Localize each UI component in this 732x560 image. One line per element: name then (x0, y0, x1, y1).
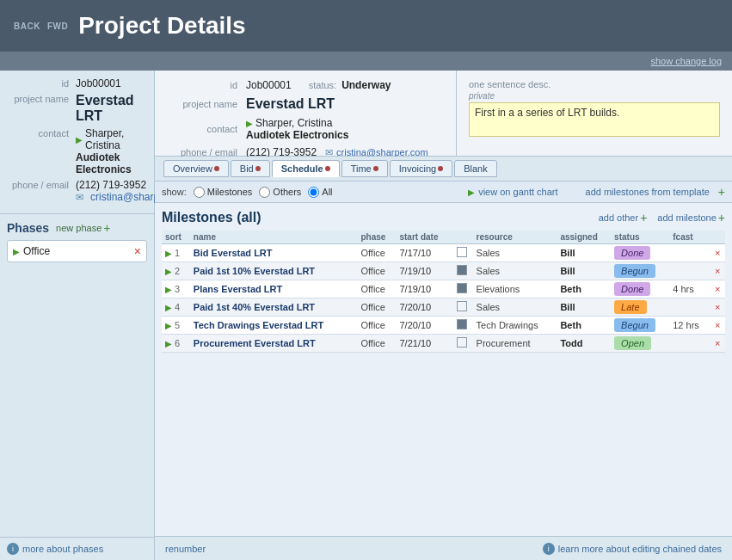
checkbox-empty[interactable] (457, 301, 467, 311)
col-delete (710, 231, 725, 244)
id-row: id Job00001 (9, 77, 145, 89)
radio-others-input[interactable] (259, 187, 270, 198)
checkbox-empty[interactable] (457, 247, 467, 257)
row-checkbox-cell[interactable] (452, 244, 472, 262)
row-status-cell: Begun (611, 262, 669, 280)
radio-group: Milestones Others All (194, 187, 333, 198)
checkbox-checked[interactable] (457, 319, 467, 329)
change-log-link[interactable]: show change log (650, 56, 722, 66)
milestones-area: Milestones (all) add other + add milesto… (155, 203, 732, 536)
row-play-icon[interactable]: ▶ (165, 321, 172, 330)
row-status-cell: Open (611, 335, 669, 353)
phase-item-office[interactable]: ▶ Office × (7, 240, 147, 262)
row-checkbox-cell[interactable] (452, 298, 472, 317)
phases-header: Phases new phase + (7, 221, 147, 235)
tab-invoicing[interactable]: Invoicing (390, 160, 452, 177)
row-phase: Office (357, 262, 396, 280)
row-play-icon[interactable]: ▶ (165, 285, 172, 294)
add-milestones-link[interactable]: add milestones from template (586, 187, 710, 197)
row-fcast (669, 335, 710, 353)
row-fcast (669, 244, 710, 262)
left-panel: id Job00001 project name Everstad LRT co… (0, 71, 155, 560)
tab-time-dot (373, 166, 378, 171)
contact-play-icon[interactable]: ▶ (76, 135, 83, 145)
show-label: show: (162, 187, 187, 197)
row-num: 1 (175, 248, 180, 258)
row-play-icon[interactable]: ▶ (165, 249, 172, 258)
col-sort: sort (162, 231, 190, 244)
row-status-badge[interactable]: Begun (614, 318, 655, 332)
row-delete[interactable]: × (710, 262, 725, 280)
tab-bid[interactable]: Bid (231, 160, 270, 177)
row-status-badge[interactable]: Done (614, 246, 650, 260)
renumber-link[interactable]: renumber (165, 544, 206, 554)
row-assigned: Bill (557, 298, 611, 317)
row-name[interactable]: Paid 1st 10% Everstad LRT (190, 262, 358, 280)
row-status-cell: Begun (611, 317, 669, 335)
tab-schedule-label: Schedule (281, 163, 323, 174)
tab-invoicing-dot (438, 166, 443, 171)
radio-all-input[interactable] (308, 187, 319, 198)
row-name[interactable]: Procurement Everstad LRT (190, 335, 358, 353)
row-num: 3 (175, 284, 180, 294)
contact-name-row: ▶ Sharper, Cristina (76, 127, 145, 151)
row-delete[interactable]: × (710, 244, 725, 262)
phase-delete-icon[interactable]: × (134, 244, 141, 258)
row-delete[interactable]: × (710, 280, 725, 298)
add-other-link[interactable]: add other + (599, 211, 648, 225)
row-play-icon[interactable]: ▶ (165, 267, 172, 276)
tab-blank[interactable]: Blank (454, 160, 497, 177)
row-date: 7/20/10 (396, 298, 452, 317)
tab-overview[interactable]: Overview (163, 160, 229, 177)
tab-schedule[interactable]: Schedule (272, 160, 340, 177)
radio-others[interactable]: Others (259, 187, 301, 198)
row-delete[interactable]: × (710, 317, 725, 335)
row-checkbox-cell[interactable] (452, 280, 472, 298)
back-button[interactable]: BACK (14, 22, 40, 31)
checkbox-empty[interactable] (457, 337, 467, 348)
job-info: id Job00001 status: Underway project nam… (155, 71, 457, 156)
row-play-icon[interactable]: ▶ (165, 303, 172, 312)
milestone-tbody: ▶ 1 Bid Everstad LRT Office 7/17/10 Sale… (162, 244, 725, 353)
new-phase-link[interactable]: new phase + (56, 221, 110, 235)
row-name[interactable]: Bid Everstad LRT (190, 244, 358, 262)
more-phases-link[interactable]: i more about phases (7, 543, 147, 555)
tab-time[interactable]: Time (341, 160, 388, 177)
row-fcast (669, 262, 710, 280)
row-status-badge[interactable]: Done (614, 282, 650, 296)
col-checkbox (452, 231, 472, 244)
row-status-badge[interactable]: Begun (614, 264, 655, 278)
row-fcast (669, 298, 710, 317)
project-name-row: project name Everstad LRT (9, 93, 145, 124)
status-value: Underway (341, 79, 391, 91)
radio-all[interactable]: All (308, 187, 332, 198)
row-name[interactable]: Tech Drawings Everstad LRT (190, 317, 358, 335)
row-status-badge[interactable]: Open (614, 336, 651, 350)
fwd-button[interactable]: FWD (47, 22, 68, 31)
gantt-link[interactable]: ▶ view on gantt chart (468, 187, 557, 197)
desc-text-area[interactable]: First in a a series of LRT builds. (469, 102, 720, 137)
tab-overview-label: Overview (173, 163, 212, 174)
row-play-icon[interactable]: ▶ (165, 339, 172, 348)
job-contact-info: ▶ Sharper, Cristina Audiotek Electronics (246, 117, 348, 141)
row-delete[interactable]: × (710, 335, 725, 353)
row-status-cell: Done (611, 280, 669, 298)
row-delete[interactable]: × (710, 298, 725, 317)
row-checkbox-cell[interactable] (452, 335, 472, 353)
checkbox-checked[interactable] (457, 283, 467, 293)
checkbox-checked[interactable] (457, 265, 467, 275)
chain-dates-info[interactable]: i learn more about editing chained dates (543, 543, 722, 555)
row-checkbox-cell[interactable] (452, 317, 472, 335)
job-name-row: project name Everstad LRT (169, 96, 442, 112)
row-checkbox-cell[interactable] (452, 262, 472, 280)
table-row: ▶ 5 Tech Drawings Everstad LRT Office 7/… (162, 317, 725, 335)
add-milestone-link[interactable]: add milestone + (657, 211, 725, 225)
row-name[interactable]: Plans Everstad LRT (190, 280, 358, 298)
page-title: Project Details (78, 12, 246, 40)
row-status-badge[interactable]: Late (614, 300, 646, 314)
radio-milestones-input[interactable] (194, 187, 205, 198)
radio-milestones[interactable]: Milestones (194, 187, 253, 198)
job-id-row: id Job00001 status: Underway (169, 79, 442, 91)
row-name[interactable]: Paid 1st 40% Everstad LRT (190, 298, 358, 317)
job-contact-play-icon[interactable]: ▶ (246, 119, 253, 128)
